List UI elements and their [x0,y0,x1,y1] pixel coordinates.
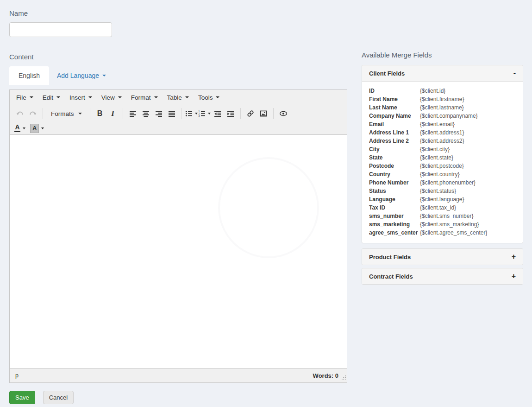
panel-title: Contract Fields [369,273,413,280]
align-left-button[interactable] [126,108,139,120]
merge-field-label: Company Name [369,112,420,120]
chevron-down-icon [30,96,33,98]
merge-field-row: Tax ID {$client.tax_id} [369,204,516,212]
editor-statusbar: p Words: 0 [10,368,347,382]
resize-grip[interactable] [341,373,346,382]
menubar-item[interactable]: Tools [194,90,225,105]
merge-field-value: {$client.city} [420,145,450,153]
menubar-item[interactable]: Table [163,90,194,105]
merge-field-row: Phone Number {$client.phonenumber} [369,178,516,187]
merge-field-value: {$client.status} [420,187,456,195]
merge-field-label: Language [369,195,420,204]
merge-field-value: {$client.country} [420,170,459,178]
chevron-down-icon [23,127,25,129]
toolbar-separator [90,108,90,119]
expand-icon[interactable]: + [512,254,516,260]
merge-field-row: Last Name {$client.lastname} [369,103,516,112]
merge-field-value: {$client.address2} [420,137,464,145]
merge-field-label: City [369,145,420,153]
panel-title: Client Fields [369,70,405,77]
chevron-down-icon [185,96,189,98]
cancel-button[interactable]: Cancel [43,391,74,404]
add-language-label: Add Language [57,72,99,79]
chevron-down-icon [216,96,219,98]
align-center-button[interactable] [139,108,152,120]
merge-field-value: {$client.tax_id} [420,204,456,212]
product-fields-header[interactable]: Product Fields + [362,249,523,265]
merge-field-label: ID [369,87,420,95]
merge-field-label: sms_number [369,212,420,220]
merge-field-value: {$client.email} [420,120,455,128]
merge-field-label: First Name [369,95,420,103]
merge-field-value: {$client.phonenumber} [420,178,476,187]
eye-icon [279,110,288,117]
menubar-item[interactable]: Format [126,90,163,105]
undo-button[interactable] [13,108,26,120]
name-label: Name [9,9,347,17]
bold-button[interactable]: B [94,108,106,120]
merge-field-value: {$client.address1} [420,128,464,137]
merge-field-label: Address Line 2 [369,137,420,145]
editor-content-area[interactable] [10,135,347,368]
merge-field-row: ID {$client.id} [369,87,516,95]
menubar-item[interactable]: File [12,90,38,105]
word-count: Words: 0 [313,372,341,379]
contract-fields-panel: Contract Fields + [362,268,523,285]
indent-button[interactable] [224,108,237,120]
merge-field-value: {$client.agree_sms_center} [420,229,487,237]
text-color-button[interactable]: A [13,122,26,134]
chevron-down-icon [154,96,158,98]
language-tabs: English Add Language [9,66,347,85]
tab-english[interactable]: English [9,66,49,85]
menubar-item[interactable]: View [97,90,126,105]
menubar-item[interactable]: Insert [65,90,97,105]
merge-field-label: Last Name [369,103,420,112]
panel-title: Product Fields [369,254,411,261]
align-justify-button[interactable] [165,108,178,120]
chevron-down-icon [41,127,44,129]
align-left-icon [129,110,137,117]
element-path-button[interactable]: p [15,372,19,379]
redo-button[interactable] [26,108,39,120]
outdent-button[interactable] [211,108,224,120]
product-fields-panel: Product Fields + [362,248,523,265]
numbered-list-button[interactable]: 123 [198,108,211,120]
redo-icon [29,110,37,117]
text-color-icon: A [14,124,20,132]
add-language-dropdown[interactable]: Add Language [57,66,106,85]
merge-field-row: Address Line 2 {$client.address2} [369,137,516,145]
numbered-list-icon: 123 [198,110,206,117]
background-color-button[interactable]: A [30,122,44,134]
save-button[interactable]: Save [9,391,35,404]
insert-image-button[interactable] [257,108,270,120]
client-fields-panel: Client Fields - ID {$client.id} First Na… [362,65,523,243]
rich-text-editor: File Edit Insert View Format Table [9,89,347,383]
expand-icon[interactable]: + [512,273,516,280]
align-center-icon [142,110,150,117]
name-input[interactable] [9,22,112,37]
contract-fields-header[interactable]: Contract Fields + [362,268,523,284]
bullet-list-button[interactable] [185,108,198,120]
editor-toolbar: Formats B I [10,105,347,122]
menubar-item-label: Format [131,94,151,101]
align-right-button[interactable] [152,108,165,120]
italic-button[interactable]: I [106,108,119,120]
chevron-down-icon [208,113,211,114]
merge-field-label: State [369,153,420,162]
template-edit-page: Name Content English Add Language File E… [0,0,532,407]
align-right-icon [155,110,163,117]
collapse-icon[interactable]: - [513,70,516,76]
preview-button[interactable] [277,108,290,120]
insert-link-button[interactable] [244,108,257,120]
merge-field-value: {$client.sms_number} [420,212,473,220]
formats-dropdown[interactable]: Formats [46,110,87,117]
menubar-item[interactable]: Edit [38,90,65,105]
menubar-item-label: Insert [69,94,85,101]
link-icon [247,110,254,117]
merge-field-row: sms_marketing {$client.sms_marketing} [369,220,516,229]
chevron-down-icon [56,96,60,98]
chevron-down-icon [88,96,92,98]
merge-field-row: agree_sms_center {$client.agree_sms_cent… [369,229,516,237]
image-icon [260,110,267,117]
client-fields-header[interactable]: Client Fields - [362,65,523,81]
